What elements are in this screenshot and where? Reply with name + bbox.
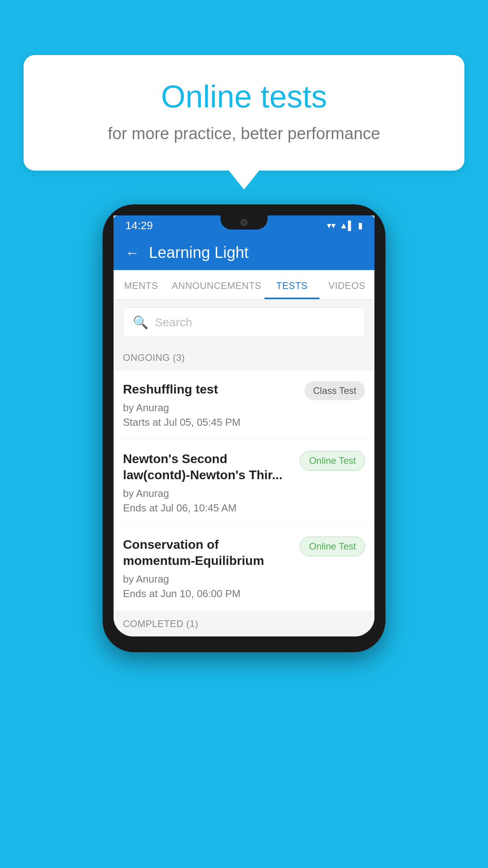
- test-time-newtons: Ends at Jul 06, 10:45 AM: [123, 502, 292, 514]
- phone-frame: 14:29 ▾▾ ▲▌ ▮ ← Learning Light MENTS ANN…: [103, 204, 385, 652]
- test-item-conservation[interactable]: Conservation of momentum-Equilibrium by …: [114, 526, 374, 611]
- status-time: 14:29: [125, 219, 153, 232]
- completed-section-header: COMPLETED (1): [114, 611, 374, 636]
- status-icons: ▾▾ ▲▌ ▮: [327, 221, 363, 231]
- test-info-reshuffling: Reshuffling test by Anurag Starts at Jul…: [123, 381, 297, 428]
- battery-icon: ▮: [358, 221, 363, 231]
- test-badge-newtons: Online Test: [300, 451, 365, 471]
- test-badge-reshuffling: Class Test: [305, 381, 365, 400]
- wifi-icon: ▾▾: [327, 221, 336, 231]
- tabs-container: MENTS ANNOUNCEMENTS TESTS VIDEOS: [114, 270, 374, 300]
- search-bar[interactable]: 🔍 Search: [123, 307, 365, 337]
- phone-wrapper: 14:29 ▾▾ ▲▌ ▮ ← Learning Light MENTS ANN…: [103, 204, 385, 652]
- search-container: 🔍 Search: [114, 300, 374, 345]
- phone-notch: [220, 215, 268, 230]
- ongoing-section-header: ONGOING (3): [114, 345, 374, 370]
- tab-ments[interactable]: MENTS: [114, 270, 169, 299]
- back-button[interactable]: ←: [125, 245, 139, 261]
- search-placeholder: Search: [155, 316, 192, 329]
- tab-videos[interactable]: VIDEOS: [319, 270, 374, 299]
- test-item-newtons[interactable]: Newton's Second law(contd)-Newton's Thir…: [114, 440, 374, 526]
- tab-announcements[interactable]: ANNOUNCEMENTS: [169, 270, 264, 299]
- phone-camera: [240, 219, 248, 226]
- test-author-conservation: by Anurag: [123, 573, 292, 585]
- test-time-conservation: Ends at Jun 10, 06:00 PM: [123, 588, 292, 600]
- test-author-reshuffling: by Anurag: [123, 402, 297, 414]
- tab-tests[interactable]: TESTS: [264, 270, 319, 299]
- test-badge-conservation: Online Test: [300, 537, 365, 556]
- app-header: ← Learning Light: [114, 235, 374, 270]
- speech-bubble-subtitle: for more practice, better performance: [55, 124, 433, 143]
- speech-bubble-container: Online tests for more practice, better p…: [24, 55, 464, 171]
- test-name-conservation: Conservation of momentum-Equilibrium: [123, 537, 292, 569]
- search-icon: 🔍: [133, 315, 149, 330]
- test-info-conservation: Conservation of momentum-Equilibrium by …: [123, 537, 292, 600]
- test-name-newtons: Newton's Second law(contd)-Newton's Thir…: [123, 451, 292, 484]
- app-title: Learning Light: [149, 244, 249, 261]
- speech-bubble: Online tests for more practice, better p…: [24, 55, 464, 171]
- completed-section-title: COMPLETED (1): [123, 618, 198, 629]
- test-time-reshuffling: Starts at Jul 05, 05:45 PM: [123, 416, 297, 428]
- signal-icon: ▲▌: [339, 221, 354, 231]
- speech-bubble-title: Online tests: [55, 79, 433, 115]
- test-name-reshuffling: Reshuffling test: [123, 381, 297, 398]
- test-author-newtons: by Anurag: [123, 487, 292, 500]
- phone-screen: 14:29 ▾▾ ▲▌ ▮ ← Learning Light MENTS ANN…: [114, 215, 374, 636]
- test-info-newtons: Newton's Second law(contd)-Newton's Thir…: [123, 451, 292, 514]
- test-item-reshuffling[interactable]: Reshuffling test by Anurag Starts at Jul…: [114, 370, 374, 440]
- ongoing-section-title: ONGOING (3): [123, 352, 185, 363]
